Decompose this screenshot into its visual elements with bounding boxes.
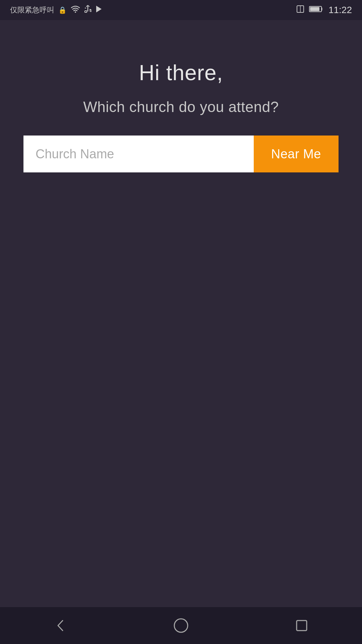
- svg-point-4: [90, 10, 92, 12]
- nav-bar: [0, 607, 362, 644]
- battery-icon: [309, 5, 324, 15]
- emergency-call-text: 仅限紧急呼叫: [10, 5, 54, 15]
- status-time: 11:22: [328, 5, 352, 15]
- near-me-button[interactable]: Near Me: [254, 136, 339, 172]
- back-nav-button[interactable]: [44, 609, 77, 642]
- main-content: Hi there, Which church do you attend? Ne…: [0, 20, 362, 607]
- status-bar: 仅限紧急呼叫 🔒: [0, 0, 362, 20]
- svg-point-11: [174, 619, 188, 632]
- svg-marker-6: [96, 6, 102, 12]
- svg-rect-10: [310, 7, 319, 11]
- greeting-title: Hi there,: [139, 60, 223, 85]
- play-icon: [96, 5, 102, 15]
- lock-icon: 🔒: [58, 6, 67, 14]
- svg-rect-2: [85, 11, 87, 12]
- recents-nav-button[interactable]: [285, 609, 318, 642]
- church-name-input[interactable]: [23, 136, 254, 172]
- usb-icon: [84, 5, 92, 15]
- sim-icon: [296, 5, 304, 15]
- wifi-icon: [71, 5, 80, 15]
- status-bar-left: 仅限紧急呼叫 🔒: [10, 5, 102, 15]
- svg-rect-12: [297, 621, 307, 631]
- greeting-subtitle: Which church do you attend?: [83, 99, 279, 115]
- svg-point-0: [75, 11, 76, 13]
- home-nav-button[interactable]: [164, 609, 198, 642]
- search-row: Near Me: [23, 136, 339, 172]
- status-bar-right: 11:22: [296, 5, 352, 15]
